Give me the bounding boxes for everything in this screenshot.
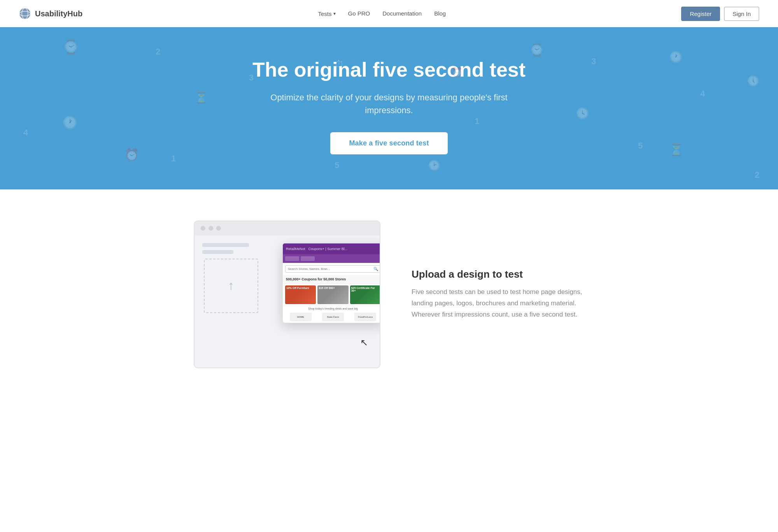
feature-title: Upload a design to test — [412, 268, 584, 280]
nav-blog-link[interactable]: Blog — [434, 10, 446, 17]
screenshot-nav-item-1 — [285, 256, 299, 261]
cursor-icon: ↖ — [360, 337, 368, 348]
screenshot-nav-item-2 — [301, 256, 315, 261]
screenshot-site-name: RetailMeNot — [286, 247, 305, 251]
upload-box: ↑ — [204, 259, 258, 313]
signin-button[interactable]: Sign In — [724, 7, 759, 21]
screenshot-logo-2-text: State Farm — [327, 316, 339, 318]
deco-num-1: 2 — [156, 47, 160, 57]
screenshot-card-3: $25 Certificate For 30+ — [350, 285, 380, 304]
deco-clock-3: 🕓 — [576, 108, 589, 119]
browser-dot-3 — [216, 226, 221, 231]
screenshot-top-bar: RetailMeNot Coupons+ | Summer Bl... — [283, 243, 380, 254]
screenshot-nav — [283, 254, 380, 263]
deco-num-10: 2 — [755, 170, 759, 180]
deco-hourglass-1: ⏳ — [194, 92, 208, 103]
register-button[interactable]: Register — [681, 7, 720, 21]
deco-hourglass-2: ⏳ — [669, 144, 683, 156]
navigation: UsabilityHub Tests Go PRO Documentation … — [0, 0, 778, 27]
feature-image: ↑ RetailMeNot Coupons+ | Summer Bl... 🔍 — [194, 220, 380, 368]
hero-section: 2 4 1 3 5 1 3 5 4 2 ⌚ 🕐 ⏰ ⏳ ⏱ 🕑 ⌚ 🕓 ⏳ 🕔 … — [0, 27, 778, 189]
feature-section: ↑ RetailMeNot Coupons+ | Summer Bl... 🔍 — [175, 189, 603, 399]
logo-icon — [19, 7, 31, 20]
screenshot-card-1: 10% Off Furniture — [285, 285, 316, 304]
deco-watch-1: ⌚ — [62, 40, 80, 54]
wire-line-2 — [202, 250, 233, 254]
logo-text: UsabilityHub — [35, 9, 82, 18]
nav-tests-link[interactable]: Tests — [318, 10, 336, 17]
screenshot-footer-text: Shop today's trending deals and save big — [283, 306, 380, 311]
hero-title: The original five second test — [8, 58, 770, 82]
feature-text: Upload a design to test Five second test… — [412, 268, 584, 320]
browser-bar — [194, 221, 380, 235]
deco-num-3: 1 — [171, 154, 176, 164]
screenshot-search-icon: 🔍 — [373, 267, 378, 271]
deco-alarm-1: ⏰ — [124, 149, 139, 161]
browser-dot-1 — [201, 226, 205, 231]
nav-actions: Register Sign In — [681, 7, 759, 21]
browser-mockup: ↑ RetailMeNot Coupons+ | Summer Bl... 🔍 — [194, 220, 380, 368]
cta-button[interactable]: Make a five second test — [330, 132, 447, 154]
screenshot-logo-1-text: HOME — [297, 316, 304, 318]
screenshot-logo-3-text: FoodForLess — [358, 316, 373, 318]
screenshot-logo-2: State Farm — [322, 313, 344, 321]
nav-docs-link[interactable]: Documentation — [382, 10, 422, 17]
browser-body: ↑ RetailMeNot Coupons+ | Summer Bl... 🔍 — [194, 235, 380, 360]
nav-links: Tests Go PRO Documentation Blog — [318, 10, 446, 17]
screenshot-logos: HOME State Farm FoodForLess — [283, 311, 380, 323]
deco-num-2: 4 — [23, 128, 28, 138]
deco-num-8: 5 — [638, 141, 643, 151]
upload-arrow-icon: ↑ — [228, 278, 234, 293]
screenshot-card-2: $15 Off $60+ — [317, 285, 348, 304]
logo-link[interactable]: UsabilityHub — [19, 7, 82, 20]
browser-dot-2 — [209, 226, 213, 231]
screenshot-nav-items: Coupons+ | Summer Bl... — [308, 247, 348, 251]
screenshot-logo-3: FoodForLess — [354, 313, 376, 321]
svg-point-0 — [19, 8, 30, 19]
nav-gopro-link[interactable]: Go PRO — [348, 10, 370, 17]
deco-num-9: 4 — [700, 89, 705, 99]
wire-line-1 — [202, 243, 249, 247]
screenshot-search: 🔍 — [285, 265, 380, 273]
deco-num-5: 5 — [335, 160, 339, 170]
deco-clock-2: 🕑 — [428, 160, 440, 170]
deco-watch-2: ⌚ — [529, 44, 545, 56]
hero-subtitle: Optimize the clarity of your designs by … — [265, 91, 513, 117]
feature-description: Five second tests can be used to test ho… — [412, 287, 584, 320]
screenshot-search-input — [288, 267, 372, 271]
screenshot-promo-text: 500,000+ Coupons for 50,000 Stores — [283, 275, 380, 284]
deco-num-6: 1 — [475, 116, 479, 126]
screenshot-logo-1: HOME — [290, 313, 312, 321]
screenshot-embed: RetailMeNot Coupons+ | Summer Bl... 🔍 50… — [282, 243, 380, 323]
deco-clock-1: 🕐 — [62, 116, 78, 129]
screenshot-cards: 10% Off Furniture $15 Off $60+ $25 Certi… — [283, 284, 380, 306]
